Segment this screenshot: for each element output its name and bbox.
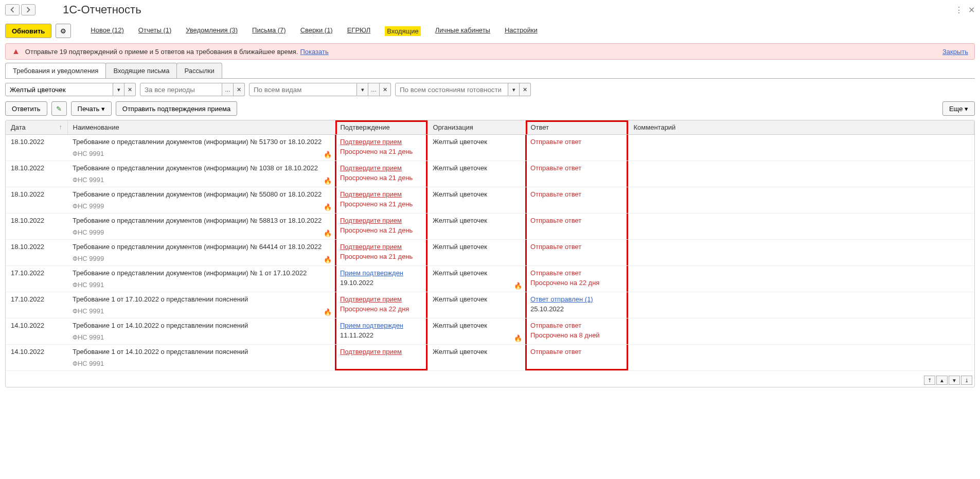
- tab-mailings[interactable]: Рассылки: [176, 63, 222, 78]
- cell-comment: [628, 214, 974, 240]
- col-confirm[interactable]: Подтверждение: [335, 120, 427, 135]
- kind-dropdown[interactable]: ▾: [357, 83, 368, 96]
- col-comment[interactable]: Комментарий: [628, 120, 974, 135]
- back-button[interactable]: [5, 4, 20, 15]
- answer-link: Отправьте ответ: [530, 243, 623, 251]
- nav-letters[interactable]: Письма (7): [252, 26, 286, 36]
- table-row[interactable]: 18.10.2022Требование о представлении док…: [6, 135, 974, 161]
- org-dropdown[interactable]: ▾: [113, 83, 124, 96]
- table-row[interactable]: 17.10.2022Требование о представлении док…: [6, 266, 974, 292]
- answer-link: Отправьте ответ: [530, 322, 623, 329]
- org-filter[interactable]: [5, 83, 113, 96]
- settings-button[interactable]: ⚙: [56, 24, 71, 38]
- confirm-link[interactable]: Подтвердите прием: [340, 217, 422, 224]
- nav-links: Новое (12) Отчеты (1) Уведомления (3) Пи…: [91, 26, 537, 36]
- org-clear[interactable]: ✕: [124, 83, 136, 96]
- table-row[interactable]: 14.10.2022Требование 1 от 14.10.2022 о п…: [6, 318, 974, 345]
- nav-cabinets[interactable]: Личные кабинеты: [435, 26, 490, 36]
- alert-show-link[interactable]: Показать: [300, 48, 328, 56]
- period-filter[interactable]: [140, 83, 222, 96]
- table-row[interactable]: 18.10.2022Требование о представлении док…: [6, 187, 974, 214]
- more-button[interactable]: Еще ▾: [942, 101, 975, 116]
- update-button[interactable]: Обновить: [5, 24, 51, 38]
- send-confirmations-button[interactable]: Отправить подтверждения приема: [116, 101, 237, 116]
- nav-new[interactable]: Новое (12): [91, 26, 124, 36]
- fire-icon: 🔥: [324, 151, 332, 158]
- menu-icon[interactable]: ⋮: [955, 5, 963, 15]
- cell-answer: Отправьте ответ: [525, 214, 628, 240]
- cell-org: Желтый цветочек🔥: [427, 266, 525, 292]
- table-row[interactable]: 14.10.2022Требование 1 от 14.10.2022 о п…: [6, 345, 974, 371]
- fire-icon: 🔥: [514, 282, 522, 290]
- scroll-down[interactable]: ▼: [949, 376, 960, 385]
- alert-close-link[interactable]: Закрыть: [942, 48, 968, 56]
- page-title: 1С-Отчетность: [63, 3, 141, 16]
- answer-link: Отправьте ответ: [530, 348, 623, 356]
- scroll-top[interactable]: ⤒: [924, 376, 935, 385]
- confirm-link[interactable]: Прием подтвержден: [340, 269, 422, 277]
- nav-notifications[interactable]: Уведомления (3): [186, 26, 238, 36]
- cell-name: Требование 1 от 17.10.2022 о представлен…: [67, 292, 335, 318]
- status-clear[interactable]: ✕: [520, 83, 531, 96]
- table: Дата↑ Наименование Подтверждение Организ…: [5, 120, 975, 387]
- tab-incoming-letters[interactable]: Входящие письма: [105, 63, 177, 78]
- tab-requirements[interactable]: Требования и уведомления: [5, 63, 106, 78]
- cell-date: 17.10.2022: [6, 266, 67, 292]
- table-row[interactable]: 18.10.2022Требование о представлении док…: [6, 240, 974, 266]
- cell-answer: Отправьте ответ: [525, 161, 628, 187]
- nav-egrul[interactable]: ЕГРЮЛ: [347, 26, 370, 36]
- nav-settings[interactable]: Настройки: [505, 26, 538, 36]
- cell-org: Желтый цветочек: [427, 161, 525, 187]
- action-bar: Ответить ✎ Печать ▾ Отправить подтвержде…: [5, 100, 975, 120]
- cell-org: Желтый цветочек: [427, 240, 525, 266]
- table-row[interactable]: 18.10.2022Требование о представлении док…: [6, 161, 974, 187]
- cell-comment: [628, 187, 974, 214]
- scroll-bottom[interactable]: ⤓: [961, 376, 972, 385]
- close-icon[interactable]: ✕: [968, 5, 975, 15]
- nav-reports[interactable]: Отчеты (1): [138, 26, 171, 36]
- status-dropdown[interactable]: ▾: [508, 83, 520, 96]
- confirm-link[interactable]: Подтвердите прием: [340, 138, 422, 146]
- confirm-link[interactable]: Подтвердите прием: [340, 164, 422, 172]
- table-row[interactable]: 18.10.2022Требование о представлении док…: [6, 214, 974, 240]
- nav-checks[interactable]: Сверки (1): [300, 26, 333, 36]
- edit-button[interactable]: ✎: [51, 101, 67, 116]
- kind-filter[interactable]: [249, 83, 357, 96]
- reply-button[interactable]: Ответить: [5, 101, 47, 116]
- status-filter[interactable]: [395, 83, 508, 96]
- confirm-link[interactable]: Подтвердите прием: [340, 348, 422, 356]
- kind-clear[interactable]: ✕: [380, 83, 391, 96]
- col-org[interactable]: Организация: [427, 120, 525, 135]
- nav-incoming[interactable]: Входящие: [385, 26, 421, 36]
- cell-comment: [628, 135, 974, 161]
- print-button[interactable]: Печать ▾: [71, 101, 112, 116]
- cell-date: 18.10.2022: [6, 240, 67, 266]
- kind-ellipsis[interactable]: …: [368, 83, 380, 96]
- col-name[interactable]: Наименование: [67, 120, 335, 135]
- confirm-link[interactable]: Прием подтвержден: [340, 322, 422, 329]
- cell-confirm: Подтвердите приемПросрочено на 22 дня: [335, 292, 427, 318]
- table-row[interactable]: 17.10.2022Требование 1 от 17.10.2022 о п…: [6, 292, 974, 318]
- scroll-up[interactable]: ▲: [936, 376, 948, 385]
- confirm-link[interactable]: Подтвердите прием: [340, 190, 422, 198]
- fire-icon: 🔥: [514, 334, 522, 342]
- cell-answer: Отправьте ответ: [525, 345, 628, 371]
- confirm-link[interactable]: Подтвердите прием: [340, 295, 422, 303]
- cell-confirm: Подтвердите прием: [335, 345, 427, 371]
- cell-answer: Отправьте ответ: [525, 187, 628, 214]
- confirm-link[interactable]: Подтвердите прием: [340, 243, 422, 251]
- cell-name: Требование о представлении документов (и…: [67, 214, 335, 240]
- cell-confirm: Подтвердите приемПросрочено на 21 день: [335, 161, 427, 187]
- answer-link: Отправьте ответ: [530, 217, 623, 224]
- period-clear[interactable]: ✕: [234, 83, 245, 96]
- pencil-icon: ✎: [56, 105, 62, 113]
- period-ellipsis[interactable]: …: [222, 83, 234, 96]
- tabs: Требования и уведомления Входящие письма…: [5, 63, 975, 79]
- col-date[interactable]: Дата↑: [6, 120, 67, 135]
- answer-link: Отправьте ответ: [530, 190, 623, 198]
- forward-button[interactable]: [21, 4, 35, 15]
- fire-icon: 🔥: [324, 203, 332, 211]
- answer-link[interactable]: Ответ отправлен (1): [530, 295, 623, 303]
- col-answer[interactable]: Ответ: [525, 120, 628, 135]
- cell-comment: [628, 161, 974, 187]
